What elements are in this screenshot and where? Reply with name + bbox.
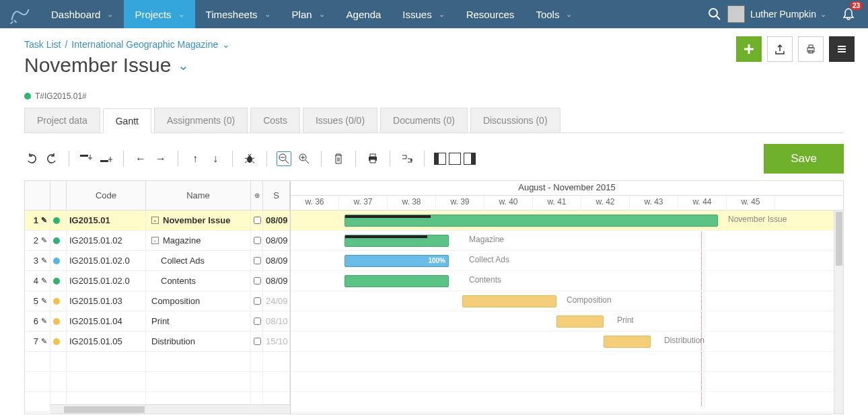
undo-icon[interactable] [24,151,39,166]
timeline-row[interactable]: November Issue [291,211,843,231]
row-checkbox[interactable] [254,317,261,325]
breadcrumb-project[interactable]: International Geographic Magazine [71,39,218,50]
pane-both-icon[interactable] [449,153,461,165]
timeline-row[interactable]: Composition [291,291,843,311]
chevron-down-icon: ⌄ [319,10,325,19]
task-row[interactable]: 4 ✎IG2015.01.02.0Contents08/09 [25,271,290,291]
save-button[interactable]: Save [764,144,844,174]
edit-icon[interactable]: ✎ [41,317,47,326]
tab-gantt[interactable]: Gantt [103,108,151,133]
chevron-down-icon[interactable]: ⌄ [222,39,230,50]
critical-path-icon[interactable] [400,151,414,166]
gantt-bar[interactable]: 100% [345,255,449,267]
nav-resources[interactable]: Resources [456,0,526,28]
move-up-icon[interactable]: ↑ [188,151,203,166]
row-checkbox[interactable] [254,257,261,264]
timeline-row[interactable] [291,372,843,392]
nav-timesheets[interactable]: Timesheets⌄ [195,0,281,28]
task-row[interactable]: 7 ✎IG2015.01.05Distribution15/10 [25,332,290,352]
chevron-down-icon: ⌄ [264,10,270,19]
edit-icon[interactable]: ✎ [41,256,47,265]
nav-plan[interactable]: Plan⌄ [281,0,336,28]
notifications-bell[interactable]: 23 [836,0,861,28]
export-button[interactable] [767,36,793,62]
row-checkbox[interactable] [254,237,261,244]
gantt-bar[interactable] [345,215,718,227]
timeline-row[interactable]: Distribution [291,332,843,352]
search-icon[interactable] [702,0,727,28]
timeline-row[interactable]: 100%Collect Ads [291,251,843,271]
breadcrumb-root[interactable]: Task List [24,39,61,50]
tab-assignments-[interactable]: Assignments (0) [154,108,248,133]
insert-above-icon[interactable] [79,151,94,166]
gantt-bar[interactable] [345,235,449,247]
chevron-down-icon[interactable]: ⌄ [178,57,189,73]
bar-label: Print [617,315,634,325]
indent-icon[interactable]: → [153,151,168,166]
menu-button[interactable] [829,36,855,62]
task-row[interactable]: 5 ✎IG2015.01.03Composition24/09 [25,291,290,311]
tab-costs[interactable]: Costs [250,108,300,133]
task-row[interactable]: 6 ✎IG2015.01.04Print08/10 [25,311,290,332]
row-checkbox[interactable] [254,297,261,305]
breadcrumb[interactable]: Task List / International Geographic Mag… [24,39,844,50]
nav-tools[interactable]: Tools⌄ [525,0,583,28]
bug-icon[interactable] [242,151,257,166]
week-header: w. 40 [484,196,533,211]
zoom-out-icon[interactable] [277,151,291,166]
edit-icon[interactable]: ✎ [41,297,47,305]
row-checkbox[interactable] [254,338,261,345]
tab-discussions-[interactable]: Discussions (0) [470,108,560,133]
timeline-row[interactable]: Print [291,311,843,332]
task-row[interactable]: 2 ✎IG2015.01.02-Magazine08/09 [25,231,290,251]
row-checkbox[interactable] [254,277,261,285]
horizontal-scrollbar[interactable] [50,404,290,414]
outdent-icon[interactable]: ← [133,151,148,166]
col-header-expand[interactable]: ⊕ [251,181,263,210]
tab-issues-[interactable]: Issues (0/0) [303,108,377,133]
edit-icon[interactable]: ✎ [41,236,47,245]
gantt-bar[interactable] [556,315,604,328]
vertical-scrollbar[interactable] [834,211,843,414]
user-name[interactable]: Luther Pumpkin [750,9,816,20]
nav-issues[interactable]: Issues⌄ [392,0,455,28]
zoom-in-icon[interactable] [297,151,312,166]
week-header: w. 36 [291,196,339,211]
nav-dashboard[interactable]: Dashboard⌄ [40,0,124,28]
gantt-bar[interactable] [462,295,556,307]
row-checkbox[interactable] [254,217,261,224]
gantt-bar[interactable] [345,275,449,287]
expand-toggle[interactable]: - [151,237,159,244]
tab-bar: Project dataGanttAssignments (0)CostsIss… [24,108,844,133]
add-button[interactable] [736,36,762,62]
nav-agenda[interactable]: Agenda [336,0,392,28]
tab-project-data[interactable]: Project data [24,108,100,133]
col-header-name[interactable]: Name [146,181,251,210]
print-button[interactable] [798,36,824,62]
task-name: Print [151,316,170,326]
task-row[interactable]: 3 ✎IG2015.01.02.0Collect Ads08/09 [25,251,290,271]
timeline-row[interactable] [291,352,843,372]
edit-icon[interactable]: ✎ [41,216,47,225]
col-header-code[interactable]: Code [67,181,146,210]
pane-right-icon[interactable] [464,153,476,165]
col-header-start[interactable]: S [263,181,290,210]
redo-icon[interactable] [44,151,59,166]
gantt-bar[interactable] [604,336,651,348]
user-avatar[interactable] [727,5,745,23]
timeline-row[interactable]: Magazine [291,231,843,251]
task-row[interactable]: 1 ✎IG2015.01-November Issue08/09 [25,211,290,231]
print-icon[interactable] [365,151,380,166]
delete-icon[interactable] [331,151,346,166]
timeline-row[interactable] [291,392,843,412]
move-down-icon[interactable]: ↓ [208,151,223,166]
insert-below-icon[interactable] [99,151,114,166]
pane-left-icon[interactable] [434,153,446,165]
notification-badge: 23 [850,1,863,10]
nav-projects[interactable]: Projects⌄ [124,0,194,28]
edit-icon[interactable]: ✎ [41,337,47,346]
timeline-row[interactable]: Contents [291,271,843,291]
expand-toggle[interactable]: - [151,217,159,224]
tab-documents-[interactable]: Documents (0) [380,108,468,133]
edit-icon[interactable]: ✎ [41,276,47,285]
